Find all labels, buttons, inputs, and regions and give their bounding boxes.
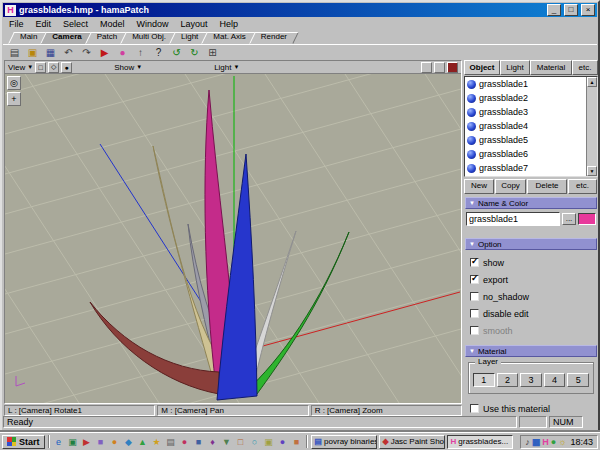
viewport-move-icon[interactable]: + [7,92,21,106]
view-menu-button[interactable]: View ▼ [8,63,33,72]
object-action-button[interactable]: New [464,179,494,194]
tab-label: Mat. Axis [202,31,256,43]
section-header-material[interactable]: ▼ Material [465,345,597,357]
light-menu-button[interactable]: Light ▼ [214,63,239,72]
move-up-icon[interactable]: ↑ [132,45,149,60]
app-icon-5[interactable]: ★ [151,435,163,449]
panel-tab[interactable]: Material [530,60,572,75]
scroll-down-icon[interactable]: ▼ [587,166,597,176]
app-icon-4[interactable]: ▲ [137,435,149,449]
app-icon-8[interactable]: ■ [193,435,205,449]
layer-button[interactable]: 3 [520,373,542,387]
minimize-button[interactable]: _ [547,4,561,16]
object-list-item[interactable]: grassblade7 [465,161,586,175]
show-menu-button[interactable]: Show ▼ [114,63,142,72]
app-icon-6[interactable]: ▤ [165,435,177,449]
use-material-checkbox[interactable]: Use this material [470,400,550,417]
maximize-button[interactable]: □ [564,4,578,16]
close-button[interactable]: × [581,4,595,16]
checkbox-icon [470,258,479,267]
menu-item[interactable]: Model [94,18,131,31]
object-action-button[interactable]: Delete [527,179,567,194]
viewport-close-button[interactable] [447,62,458,73]
mail-icon[interactable]: ▣ [67,435,79,449]
menu-item[interactable]: Window [131,18,175,31]
scheduler-icon[interactable]: ● [551,437,556,447]
option-checkbox[interactable]: no_shadow [470,288,596,305]
object-list-item[interactable]: grassblade4 [465,119,586,133]
browser-icon[interactable]: e [53,435,65,449]
rotate-ccw-icon[interactable]: ↺ [168,45,185,60]
menu-item[interactable]: Edit [30,18,58,31]
object-list-item[interactable]: grassblade3 [465,105,586,119]
object-list-item[interactable]: grassblade6 [465,147,586,161]
save-icon[interactable]: ▦ [42,45,59,60]
render-icon[interactable]: ▶ [96,45,113,60]
app-icon-13[interactable]: ▣ [263,435,275,449]
rotate-cw-icon[interactable]: ↻ [186,45,203,60]
grid-toggle-icon[interactable]: □ [35,62,46,73]
statusbar: Ready NUM [3,416,597,428]
color-swatch[interactable] [578,213,596,225]
object-list-item[interactable]: grassblade1 [465,77,586,91]
menu-item[interactable]: Layout [175,18,214,31]
layer-button[interactable]: 1 [473,373,495,387]
redo-icon[interactable]: ↷ [78,45,95,60]
layer-button[interactable]: 4 [544,373,566,387]
grid-icon[interactable]: ⊞ [204,45,221,60]
menu-item[interactable]: Select [57,18,94,31]
color-browse-button[interactable]: ... [562,213,576,225]
taskbar-task-button[interactable]: ◆ Jasc Paint Shop... [379,435,445,449]
hamapatch-tray-icon[interactable]: H [542,437,549,447]
viewport-split-button[interactable] [421,62,432,73]
new-icon[interactable]: ▤ [6,45,23,60]
menu-item[interactable]: File [3,18,30,31]
section-header-option[interactable]: ▼ Option [465,238,597,250]
object-action-button[interactable]: etc. [568,179,597,194]
panel-tab[interactable]: Object [464,60,500,75]
power-icon[interactable]: ☼ [558,437,566,447]
media-icon[interactable]: ▶ [81,435,93,449]
help-icon[interactable]: ? [150,45,167,60]
object-name-input[interactable] [466,212,560,226]
option-checkbox[interactable]: smooth [470,322,596,339]
app-icon-9[interactable]: ♦ [207,435,219,449]
app-icon-7[interactable]: ● [179,435,191,449]
taskbar-task-button[interactable]: ▤ povray binaries i... [311,435,377,449]
shade-toggle-icon[interactable]: ◇ [48,62,59,73]
app-icon-12[interactable]: ○ [249,435,261,449]
app-icon-3[interactable]: ◆ [123,435,135,449]
option-checkbox[interactable]: export [470,271,596,288]
taskbar-task-button[interactable]: H grassblades... [447,435,513,449]
object-list-scrollbar[interactable]: ▲ ▼ [586,77,597,176]
panel-tab[interactable]: etc. [572,60,598,75]
undo-icon[interactable]: ↶ [60,45,77,60]
object-action-button[interactable]: Copy [495,179,526,194]
layer-button[interactable]: 2 [497,373,519,387]
viewport-3d-canvas[interactable]: ◎ + [5,74,461,403]
scroll-up-icon[interactable]: ▲ [587,77,597,87]
start-button[interactable]: Start [2,435,45,449]
app-icon-14[interactable]: ● [277,435,289,449]
app-icon-1[interactable]: ■ [95,435,107,449]
option-checkbox[interactable]: disable edit [470,305,596,322]
display-icon[interactable]: ▦ [532,437,541,447]
volume-icon[interactable]: ♪ [525,437,530,447]
material-sphere-icon[interactable]: ● [114,45,131,60]
app-icon-10[interactable]: ▼ [221,435,233,449]
viewport-maximize-button[interactable] [434,62,445,73]
wire-toggle-icon[interactable]: ● [61,62,72,73]
option-checkbox[interactable]: show [470,254,596,271]
open-folder-icon[interactable]: ▣ [24,45,41,60]
app-icon-15[interactable]: ■ [291,435,303,449]
mode-tab[interactable]: Render [250,31,298,44]
section-header-name-color[interactable]: ▼ Name & Color [465,197,597,209]
viewport-camera-icon[interactable]: ◎ [7,76,21,90]
object-list-item[interactable]: grassblade2 [465,91,586,105]
layer-button[interactable]: 5 [567,373,589,387]
panel-tab[interactable]: Light [500,60,530,75]
menu-item[interactable]: Help [214,18,245,31]
object-list-item[interactable]: grassblade5 [465,133,586,147]
app-icon-2[interactable]: ● [109,435,121,449]
app-icon-11[interactable]: □ [235,435,247,449]
